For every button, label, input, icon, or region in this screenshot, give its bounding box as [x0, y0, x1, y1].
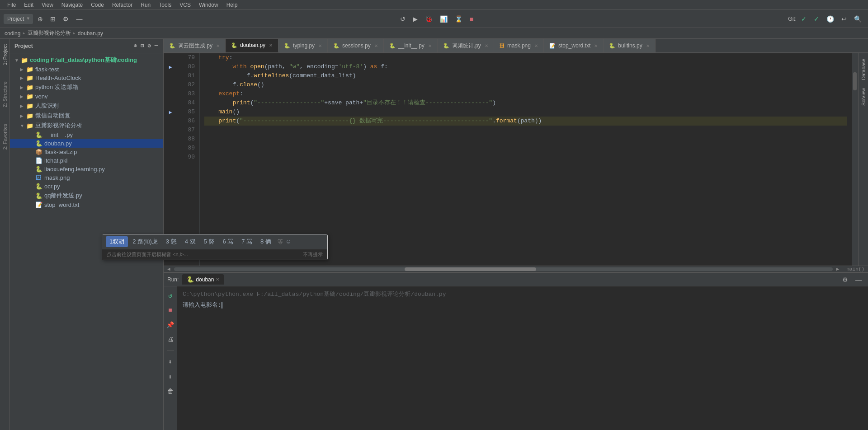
tree-item-mask[interactable]: 🖼 mask.png — [10, 173, 163, 182]
run-restart-button[interactable]: ↺ — [166, 290, 174, 301]
ime-candidate-7[interactable]: 7 骂 — [238, 236, 256, 247]
stop-button[interactable]: ■ — [467, 14, 476, 24]
tab-close-cipin[interactable]: ✕ — [485, 43, 488, 48]
sidebar-tab-project[interactable]: 1: Project — [1, 41, 9, 69]
profile-button[interactable]: ⌛ — [452, 14, 465, 24]
tree-item-itchat[interactable]: 📄 itchat.pkl — [10, 156, 163, 165]
tab-typing[interactable]: 🐍 typing.py ✕ — [278, 39, 328, 52]
menu-window[interactable]: Window — [195, 1, 222, 9]
refresh-button[interactable]: ↺ — [397, 14, 408, 24]
breadcrumb-file[interactable]: douban.py — [78, 30, 103, 37]
tree-item-face[interactable]: ▶ 📁 人脸识别 — [10, 101, 163, 111]
sidebar-tab-zstructure[interactable]: Z: Structure — [1, 78, 9, 111]
run-tab-close[interactable]: ✕ — [216, 277, 219, 282]
git-time-button[interactable]: 🕐 — [824, 14, 837, 24]
close-panel-button[interactable]: — — [73, 14, 85, 24]
run-config-button[interactable]: ▶ — [410, 14, 420, 24]
settings-button[interactable]: ⚙ — [60, 14, 71, 24]
tab-stopword[interactable]: 📝 stop_word.txt ✕ — [544, 39, 604, 52]
tree-item-venv[interactable]: ▶ 📁 venv — [10, 92, 163, 101]
project-dropdown[interactable]: Project ▼ — [4, 14, 33, 24]
tree-item-flask-zip[interactable]: 📦 flask-test.zip — [10, 148, 163, 156]
right-tab-scview[interactable]: SciView — [859, 84, 868, 109]
menu-file[interactable]: File — [4, 1, 19, 9]
run-pin-button[interactable]: 📌 — [165, 319, 176, 331]
tab-douban[interactable]: 🐍 douban.py ✕ — [226, 39, 278, 52]
sidebar-tab-favorites[interactable]: 2: Favorites — [1, 120, 9, 153]
tab-maskpng[interactable]: 🖼 mask.png ✕ — [494, 39, 544, 52]
tab-close-sessions[interactable]: ✕ — [374, 43, 378, 48]
menu-tools[interactable]: Tools — [155, 1, 175, 9]
tab-close-init[interactable]: ✕ — [428, 43, 432, 48]
sidebar-layout-icon[interactable]: ⊟ — [140, 42, 145, 50]
menu-help[interactable]: Help — [223, 1, 241, 9]
tab-builtins[interactable]: 🐍 builtins.py ✕ — [604, 39, 655, 52]
coverage-button[interactable]: 📊 — [437, 14, 450, 24]
run-minimize-button[interactable]: — — [853, 274, 864, 285]
tree-item-flask-test[interactable]: ▶ 📁 flask-test — [10, 65, 163, 74]
tab-close-stopword[interactable]: ✕ — [594, 43, 598, 48]
git-commit-button[interactable]: ✓ — [811, 14, 822, 24]
menu-navigate[interactable]: Navigate — [58, 1, 86, 9]
ime-candidate-6[interactable]: 6 骂 — [219, 236, 237, 247]
tab-close-wordcloud[interactable]: ✕ — [216, 43, 220, 48]
ime-candidate-3[interactable]: 3 怒 — [162, 236, 180, 247]
menu-vcs[interactable]: VCS — [176, 1, 194, 9]
tree-item-init[interactable]: 🐍 __init__.py — [10, 131, 163, 139]
menu-edit[interactable]: Edit — [20, 1, 37, 9]
tab-close-typing[interactable]: ✕ — [318, 43, 322, 48]
ime-candidate-5[interactable]: 5 努 — [200, 236, 218, 247]
breadcrumb-coding[interactable]: coding — [5, 30, 20, 37]
run-scroll-up-button[interactable]: ⬆ — [166, 371, 174, 383]
tree-item-wechat[interactable]: ▶ 📁 微信自动回复 — [10, 111, 163, 121]
sidebar-add-icon[interactable]: ⊕ — [133, 42, 138, 50]
run-delete-button[interactable]: 🗑 — [165, 386, 175, 397]
right-tab-database[interactable]: Database — [859, 55, 868, 84]
run-settings-button[interactable]: ⚙ — [840, 274, 851, 285]
search-everywhere-button[interactable]: 🔍 — [851, 14, 864, 24]
ime-emoji[interactable]: ☺ — [287, 238, 290, 245]
tab-init[interactable]: 🐍 __init__.py ✕ — [384, 39, 438, 52]
gutter-arrow-86: ▶ — [164, 108, 177, 117]
tab-close-douban[interactable]: ✕ — [269, 43, 273, 48]
tree-item-douban-py[interactable]: 🐍 douban.py — [10, 139, 163, 148]
ime-candidate-8[interactable]: 8 俩 — [257, 236, 275, 247]
sidebar-collapse-icon[interactable]: — — [154, 42, 159, 50]
tab-cipin[interactable]: 🐍 词频统计.py ✕ — [438, 39, 494, 52]
tree-item-mail[interactable]: ▶ 📁 python 发送邮箱 — [10, 82, 163, 92]
run-scroll-button[interactable]: ⬇ — [166, 356, 174, 368]
run-output[interactable]: C:\python\python.exe F:/all_datas/python… — [177, 286, 868, 430]
tree-item-liaoxuefeng[interactable]: 🐍 liaoxuefeng.learning.py — [10, 165, 163, 173]
add-button[interactable]: ⊕ — [35, 14, 46, 24]
ime-dismiss[interactable]: 不再提示 — [303, 251, 323, 258]
run-stop-button[interactable]: ■ — [166, 305, 174, 316]
minimap-scrollbar[interactable] — [852, 53, 858, 266]
git-check-button[interactable]: ✓ — [798, 14, 809, 24]
tree-item-coding[interactable]: ▼ 📁 coding F:\all_datas\python基础\coding — [10, 55, 163, 65]
git-undo-button[interactable]: ↩ — [839, 14, 849, 24]
ime-candidate-4[interactable]: 4 双 — [181, 236, 199, 247]
tree-item-qq[interactable]: 🐍 qq邮件发送.py — [10, 191, 163, 201]
tab-close-builtins[interactable]: ✕ — [646, 43, 650, 48]
breadcrumb-folder[interactable]: 豆瓣影视评论分析 — [28, 29, 71, 37]
ime-candidate-2[interactable]: 2 路(lù)虎 — [129, 236, 161, 247]
tree-item-health[interactable]: ▶ 📁 Health-AutoClock — [10, 74, 163, 82]
menu-view[interactable]: View — [38, 1, 57, 9]
h-scrollbar-track[interactable] — [174, 267, 833, 271]
menu-refactor[interactable]: Refactor — [108, 1, 136, 9]
tab-close-maskpng[interactable]: ✕ — [534, 43, 538, 48]
ime-more[interactable]: 等 — [278, 238, 283, 246]
ime-candidate-1[interactable]: 1双胡 — [106, 236, 128, 247]
menu-run[interactable]: Run — [137, 1, 154, 9]
tab-sessions[interactable]: 🐍 sessions.py ✕ — [328, 39, 384, 52]
layout-button[interactable]: ⊞ — [47, 14, 58, 24]
tree-item-stopword[interactable]: 📝 stop_word.txt — [10, 201, 163, 209]
menu-code[interactable]: Code — [87, 1, 108, 9]
tree-item-douban-folder[interactable]: ▼ 📁 豆瓣影视评论分析 — [10, 121, 163, 131]
tab-wordcloud[interactable]: 🐍 词云图生成.py ✕ — [164, 39, 226, 52]
run-print-button[interactable]: 🖨 — [165, 334, 175, 345]
tree-item-ocr[interactable]: 🐍 ocr.py — [10, 182, 163, 191]
run-tab-douban[interactable]: 🐍 douban ✕ — [182, 274, 224, 285]
sidebar-settings-icon[interactable]: ⚙ — [147, 42, 152, 50]
debug-button[interactable]: 🐞 — [422, 14, 435, 24]
